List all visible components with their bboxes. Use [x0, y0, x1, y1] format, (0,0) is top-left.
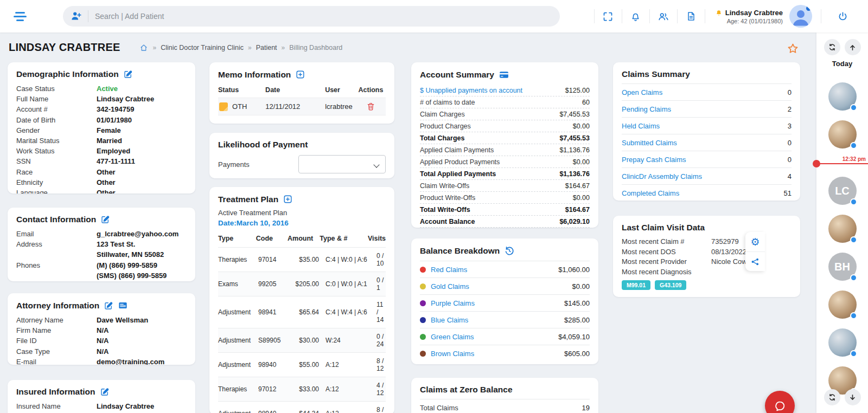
treatment-code: 99205: [258, 280, 290, 288]
notifications-bell-icon[interactable]: [622, 0, 649, 33]
breadcrumb-item-clinic[interactable]: Clinic Doctor Training Clinic: [161, 44, 244, 51]
treatment-plan-date-link[interactable]: Date:March 10, 2016: [218, 219, 386, 227]
settings-gears-icon[interactable]: ⚙: [745, 232, 765, 251]
column-header: Actions: [356, 86, 386, 94]
info-row: Firm Name N/A: [16, 325, 187, 335]
memo-note-icon: [219, 102, 228, 111]
contact-rows: Email g_lcrabtree@yahoo.com Address 123 …: [16, 229, 187, 281]
star-favorite-icon[interactable]: [787, 42, 799, 55]
summary-value: $7,455.53: [559, 111, 590, 118]
treatment-visits: 4 / 12: [376, 382, 386, 397]
column-header: Visits: [368, 235, 386, 242]
sync-icon[interactable]: [824, 39, 840, 55]
patient-avatar[interactable]: [828, 291, 857, 319]
treatment-type-count: C:4 | W:4 | A:6: [322, 308, 376, 316]
claim-color-link[interactable]: Blue Claims: [431, 316, 468, 324]
patient-avatar[interactable]: LC: [828, 177, 857, 205]
home-icon[interactable]: [139, 43, 148, 52]
chat-button[interactable]: [765, 391, 795, 413]
field-value: (M) (866) 999-5859: [97, 260, 157, 270]
field-label: Work Status: [16, 146, 97, 156]
claims-link[interactable]: Prepay Cash Claims: [622, 156, 686, 164]
breadcrumb-item-patient[interactable]: Patient: [256, 44, 277, 51]
claims-link[interactable]: Submitted Claims: [622, 139, 677, 147]
claims-link[interactable]: Held Claims: [622, 122, 660, 130]
user-avatar[interactable]: [789, 5, 812, 28]
claim-color-link[interactable]: Brown Claims: [431, 350, 474, 358]
edit-icon[interactable]: [100, 215, 110, 224]
power-icon[interactable]: [829, 0, 856, 33]
claims-link[interactable]: Pending Claims: [622, 105, 671, 113]
treatment-type: Adjustment: [218, 308, 258, 316]
zero-balance-rows: Total Claims 19: [420, 399, 590, 413]
summary-value: $125.00: [565, 87, 590, 94]
info-row: Most recent Provider Nicole Cowley: [622, 257, 792, 267]
edit-icon[interactable]: [104, 301, 113, 311]
time-marker-dot: [813, 160, 820, 167]
diagnosis-code-badge[interactable]: G43.109: [655, 280, 686, 290]
treatment-type-count: W:24: [322, 337, 376, 344]
patient-avatar[interactable]: BH: [828, 253, 857, 281]
claims-link[interactable]: ClinicDr Assembly Claims: [622, 172, 702, 180]
edit-icon[interactable]: [123, 69, 133, 79]
arrow-down-icon[interactable]: [845, 389, 861, 405]
patient-avatar[interactable]: [828, 328, 857, 357]
summary-row: Total Write-Offs $164.67: [420, 204, 590, 216]
add-plus-icon[interactable]: [283, 194, 293, 204]
fullscreen-icon[interactable]: [595, 0, 622, 33]
field-value: 123 Test St.: [97, 239, 135, 249]
documents-icon[interactable]: [678, 0, 705, 33]
treatment-amount: $65.64: [290, 308, 322, 316]
claim-color-row: Purple Claims $145.00: [420, 294, 590, 311]
card-title: Claims at Zero Balance: [420, 385, 513, 395]
claims-link[interactable]: Open Claims: [622, 88, 662, 96]
claims-count: 0: [788, 139, 792, 147]
hamburger-menu-icon[interactable]: [13, 11, 27, 22]
summary-label: Product Charges: [420, 122, 471, 130]
info-row: E-mail demo@training.com: [16, 357, 187, 365]
history-icon[interactable]: [504, 246, 515, 256]
field-value: Other: [97, 177, 116, 188]
insured-rows: Insured Name Lindsay Crabtree: [16, 401, 187, 411]
current-patient-info[interactable]: Lindsay Crabtree Age: 42 (01/01/1980): [715, 9, 783, 24]
claim-color-row: Blue Claims $285.00: [420, 311, 590, 328]
trash-icon[interactable]: [356, 102, 386, 111]
memo-information-card: Memo Information Status Date User Action…: [209, 62, 394, 124]
summary-row: $ Unapplied payments on account $125.00: [420, 85, 590, 96]
info-row: SSN 477-11-1111: [16, 156, 187, 166]
patient-avatar[interactable]: [828, 82, 857, 111]
claim-color-row: Red Claims $1,060.00: [420, 261, 590, 278]
credit-card-icon[interactable]: [499, 69, 509, 80]
claims-count: 3: [788, 122, 792, 130]
claim-color-link[interactable]: Purple Claims: [431, 299, 475, 307]
payments-select[interactable]: [298, 155, 386, 173]
share-icon[interactable]: [745, 251, 765, 271]
patient-avatar[interactable]: [828, 215, 857, 243]
info-row: (SMS) (866) 999-5859: [16, 270, 187, 281]
add-plus-icon[interactable]: [295, 69, 305, 80]
diagnosis-code-badge[interactable]: M99.01: [622, 280, 650, 290]
column-header: User: [325, 86, 356, 94]
claim-color-dot: [420, 334, 426, 340]
field-value: (SMS) (866) 999-5859: [97, 270, 167, 281]
diagnosis-badges: M99.01 G43.109: [622, 280, 792, 290]
edit-icon[interactable]: [100, 387, 110, 397]
summary-label: Total Charges: [420, 134, 464, 142]
summary-label: Applied Product Payments: [420, 158, 500, 166]
summary-row: Total Claims 19: [420, 399, 590, 413]
list-icon[interactable]: [118, 300, 128, 311]
balance-breakdown-card: Balance Breakdown Red Claims $1,060.00: [411, 238, 598, 364]
search-input[interactable]: [95, 12, 552, 21]
sync-icon[interactable]: [824, 389, 840, 405]
arrow-up-icon[interactable]: [845, 39, 861, 55]
claim-color-link[interactable]: Green Claims: [431, 333, 474, 341]
claim-color-link[interactable]: Red Claims: [431, 266, 467, 274]
patient-search-bar[interactable]: [63, 6, 560, 27]
summary-value: 60: [582, 99, 590, 106]
add-patient-icon[interactable]: [71, 10, 82, 22]
patients-icon[interactable]: [650, 0, 677, 33]
field-value: Dave Wellsman: [97, 315, 148, 325]
patient-avatar[interactable]: [828, 120, 857, 149]
claims-link[interactable]: Completed Claims: [622, 189, 679, 197]
claim-color-link[interactable]: Gold Claims: [431, 282, 469, 291]
